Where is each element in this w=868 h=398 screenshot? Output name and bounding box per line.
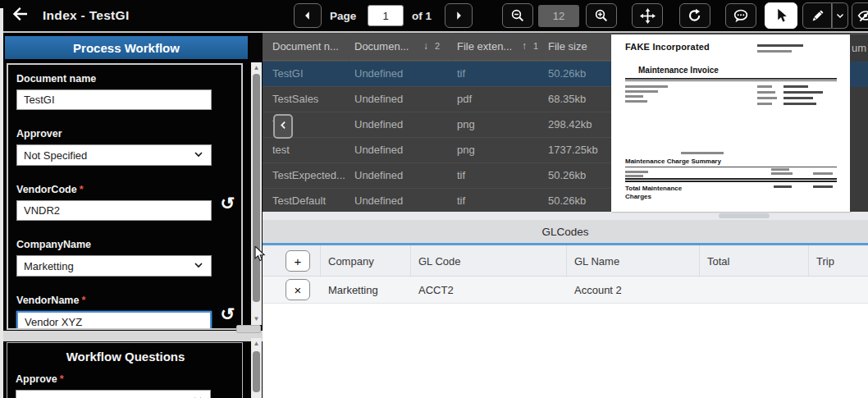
- vendor-name-input[interactable]: [16, 311, 212, 330]
- table-overflow-strip: um: [850, 34, 868, 212]
- sort-ascending-icon: ↑: [522, 40, 527, 52]
- select-pointer-button[interactable]: [765, 2, 797, 29]
- zoom-out-icon: [510, 8, 525, 23]
- annotate-dropdown-button[interactable]: [832, 2, 848, 29]
- app-window: Index - TestGI Page of 1 12: [0, 0, 868, 398]
- pan-move-icon: [640, 8, 656, 24]
- glcodes-column-total[interactable]: Total: [707, 255, 729, 268]
- cell-document-type: Undefined: [354, 118, 403, 130]
- questions-scrollbar-thumb[interactable]: [253, 351, 260, 392]
- previous-page-button[interactable]: [294, 3, 322, 28]
- next-page-button[interactable]: [445, 3, 473, 28]
- cell-file-size: 50.26kb: [548, 67, 586, 80]
- cell-file-extension: tif: [457, 67, 465, 80]
- glcodes-column-company[interactable]: Company: [328, 255, 374, 268]
- document-preview[interactable]: FAKE Incorporated Maintenance Invoice Ma…: [611, 34, 850, 212]
- company-name-select[interactable]: Marketting: [16, 255, 212, 277]
- sort-descending-icon: ↓: [423, 40, 428, 52]
- glcodes-header-row: + Company GL Code GL Name Total Trip: [263, 245, 868, 277]
- glcodes-column-gl-code[interactable]: GL Code: [418, 255, 461, 268]
- cell-file-size: 298.42kb: [548, 118, 592, 130]
- glcodes-horizontal-scrollbar[interactable]: [263, 212, 868, 220]
- rotate-button[interactable]: [679, 3, 710, 28]
- chevron-left-icon: [278, 119, 289, 135]
- back-arrow-icon: [10, 4, 30, 27]
- preview-company-name: FAKE Incorporated: [625, 42, 710, 52]
- cell-document-type: Undefined: [354, 169, 403, 181]
- document-name-input[interactable]: [16, 89, 212, 110]
- cursor-pointer-icon: [774, 7, 788, 24]
- field-approve: Approve*: [16, 373, 235, 398]
- approve-select[interactable]: [16, 390, 211, 398]
- required-asterisk: *: [81, 295, 85, 306]
- partial-column-header: um: [852, 42, 866, 54]
- cell-document-name: test: [272, 144, 290, 156]
- pan-tool-button[interactable]: [632, 3, 663, 28]
- previous-page-icon: [302, 10, 313, 21]
- top-toolbar: Index - TestGI Page of 1 12: [0, 0, 868, 31]
- preview-invoice-title: Maintenance Invoice: [638, 66, 719, 75]
- column-file-extension[interactable]: File exten...: [457, 40, 512, 53]
- chevron-down-icon: [835, 11, 845, 21]
- field-label: Document name: [16, 73, 235, 85]
- collapse-panel-button[interactable]: [273, 114, 293, 139]
- column-document-type[interactable]: Documen...: [354, 40, 409, 53]
- scroll-up-icon[interactable]: ▲: [251, 340, 262, 348]
- preview-total-label: Total Maintenance Charges: [625, 185, 689, 201]
- pencil-icon: [810, 8, 825, 24]
- column-document-name[interactable]: Document n...: [272, 40, 339, 53]
- glcode-cell-code: ACCT2: [418, 284, 454, 296]
- scroll-down-icon[interactable]: ▼: [251, 315, 262, 323]
- preview-rule: [625, 178, 837, 182]
- glcodes-column-trip[interactable]: Trip: [816, 255, 834, 268]
- scroll-up-icon[interactable]: ▲: [251, 64, 262, 72]
- cell-document-name: TestExpected...: [272, 169, 345, 181]
- field-vendor-name: VendorName* ↺: [16, 295, 235, 330]
- vendor-code-input[interactable]: [16, 200, 212, 221]
- glcodes-column-gl-name[interactable]: GL Name: [574, 255, 619, 268]
- cell-document-type: Undefined: [354, 194, 403, 207]
- annotate-pencil-button[interactable]: [802, 2, 832, 29]
- preview-summary-title: Maintenance Charge Summary: [625, 158, 721, 165]
- zoom-in-button[interactable]: [586, 3, 617, 28]
- column-file-size[interactable]: File size: [548, 40, 587, 53]
- required-asterisk: *: [80, 184, 84, 195]
- approver-select[interactable]: Not Specified: [16, 144, 212, 166]
- zoom-out-button[interactable]: [502, 3, 533, 28]
- workflow-questions-header: Workflow Questions: [16, 350, 235, 364]
- glcodes-hscroll-thumb[interactable]: [719, 213, 770, 218]
- questions-scrollbar[interactable]: ▲: [251, 338, 262, 398]
- cell-file-size: 50.26kb: [548, 194, 586, 207]
- add-glcode-button[interactable]: +: [286, 250, 310, 272]
- page-title: Index - TestGI: [43, 8, 130, 23]
- cell-document-type: Undefined: [354, 67, 403, 80]
- delete-glcode-button[interactable]: ×: [286, 279, 310, 300]
- page-number-input[interactable]: [368, 5, 404, 26]
- glcodes-section: GLCodes + Company GL Code GL Name Total …: [263, 212, 868, 398]
- sort-order-badge: 1: [533, 41, 538, 51]
- field-vendor-code: VendorCode* ↺: [16, 184, 235, 221]
- cell-file-size: 68.35kb: [548, 93, 586, 105]
- field-document-name: Document name: [16, 73, 235, 110]
- glcode-row[interactable]: × Marketting ACCT2 Account 2: [263, 277, 868, 304]
- comment-bubble-icon: [733, 8, 749, 23]
- next-page-icon: [453, 10, 464, 21]
- back-button[interactable]: [10, 4, 34, 27]
- comment-tool-button[interactable]: [725, 3, 756, 28]
- undo-icon[interactable]: ↺: [220, 195, 235, 212]
- eye-slash-icon: [857, 7, 868, 24]
- form-scrollbar[interactable]: ▲ ▼: [251, 62, 262, 325]
- rotate-icon: [688, 8, 702, 23]
- hide-annotations-button[interactable]: [852, 2, 868, 29]
- field-label: CompanyName: [16, 239, 235, 250]
- splitter-grip[interactable]: [236, 325, 261, 333]
- field-label: VendorName*: [16, 295, 235, 306]
- form-scrollbar-thumb[interactable]: [253, 74, 260, 302]
- cell-document-name: TestSales: [272, 93, 318, 105]
- required-asterisk: *: [60, 373, 64, 385]
- cell-file-extension: png: [457, 118, 475, 130]
- glcode-cell-company: Marketting: [328, 284, 378, 296]
- undo-icon[interactable]: ↺: [220, 306, 235, 323]
- page-count-label: of 1: [412, 10, 432, 22]
- cell-file-extension: tif: [457, 169, 465, 181]
